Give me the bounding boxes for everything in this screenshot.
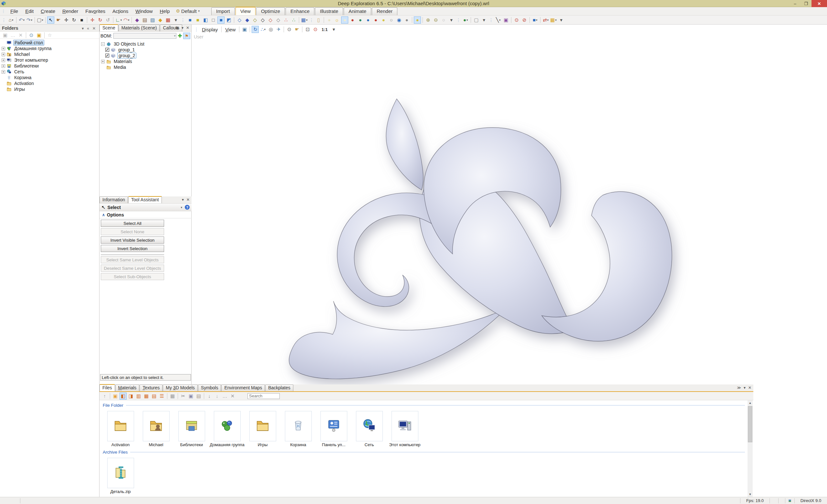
workspace-selector[interactable]: ⚙ Default ▾: [173, 7, 202, 15]
menu-render[interactable]: Render: [59, 8, 82, 14]
render-settings-icon[interactable]: ⊙: [513, 16, 520, 23]
expander-icon[interactable]: +: [101, 60, 105, 63]
object-pose-icon[interactable]: ↺: [104, 16, 111, 23]
file-thumbnail[interactable]: [356, 411, 383, 441]
menu-file[interactable]: File: [7, 8, 21, 14]
bom-dropdown[interactable]: ▾: [113, 33, 177, 39]
expander-icon[interactable]: +: [2, 53, 5, 56]
close-icon[interactable]: ✕: [185, 26, 191, 30]
view-details-icon[interactable]: ▤: [151, 393, 158, 400]
wire-box-red-icon[interactable]: ◇: [267, 16, 274, 23]
scene-cube-icon[interactable]: ■▾: [531, 16, 538, 23]
menu-chevron-icon[interactable]: ▾: [742, 386, 747, 390]
light-blue-top-icon[interactable]: ◉: [395, 16, 402, 23]
light-red2-icon[interactable]: ●: [372, 16, 379, 23]
wire-box-gray-icon[interactable]: ◇: [275, 16, 282, 23]
light-off-icon[interactable]: ○: [388, 16, 395, 23]
search-icon[interactable]: ⊙: [28, 32, 35, 39]
light-selected-icon[interactable]: ●: [414, 16, 421, 23]
bom-hierarchy-toggle[interactable]: ⚑: [183, 33, 190, 39]
file-item[interactable]: Панель уп...: [316, 411, 351, 447]
files-tab-materials[interactable]: Materials: [115, 385, 140, 391]
light-remove-icon[interactable]: ⊖: [432, 16, 439, 23]
file-item[interactable]: Michael: [138, 411, 174, 447]
new-folder-icon[interactable]: ▣: [2, 32, 9, 39]
menu-help[interactable]: Help: [156, 8, 174, 14]
folders-tree-item[interactable]: +Библиотеки: [1, 63, 99, 69]
wire-box-black-icon[interactable]: ◇: [259, 16, 266, 23]
options-section-header[interactable]: ∧ Options: [99, 211, 192, 218]
light-gray-icon[interactable]: ●: [403, 16, 410, 23]
view-medium-icons-icon[interactable]: ◨: [127, 393, 134, 400]
expander-icon[interactable]: +: [2, 47, 5, 50]
scene-tree-item[interactable]: ✓group_1: [100, 47, 191, 53]
file-item[interactable]: Этот компьютер: [387, 411, 423, 447]
import-file-icon[interactable]: ↓: [206, 393, 213, 400]
home-icon[interactable]: ⌂▾: [7, 16, 14, 23]
chevron-down-icon[interactable]: ▾: [181, 206, 182, 209]
scene-tree-item[interactable]: −3D Objects List: [100, 41, 191, 47]
restore-button[interactable]: ❐: [800, 0, 812, 7]
menu-window[interactable]: Window: [132, 8, 156, 14]
page-setup-icon[interactable]: ▯: [315, 16, 322, 23]
folders-tree-item[interactable]: +Сеть: [1, 69, 99, 74]
ribbon-tab-animate[interactable]: Animate: [344, 7, 371, 15]
light-blue-icon[interactable]: ●: [364, 16, 372, 23]
ribbon-tab-enhance[interactable]: Enhance: [286, 7, 314, 15]
scroll-down-icon[interactable]: ▼: [747, 492, 753, 497]
files-tab-files[interactable]: Files: [99, 384, 115, 391]
scene-tree-item[interactable]: ✓group_2: [100, 53, 191, 58]
vr-view-icon[interactable]: ◠▾: [123, 16, 130, 23]
file-thumbnail[interactable]: [107, 411, 134, 441]
invert-visible-selection-button[interactable]: Invert Visible Selection: [101, 237, 164, 244]
expander-icon[interactable]: +: [2, 64, 5, 68]
render-solid-icon[interactable]: ■: [186, 16, 194, 23]
visibility-checkbox[interactable]: ✓: [105, 54, 109, 57]
file-thumbnail[interactable]: [249, 411, 276, 441]
redo-icon[interactable]: ↷▾: [26, 16, 33, 23]
select-all-button[interactable]: Select All: [101, 220, 164, 227]
folders-tree-item[interactable]: +Домашняя группа: [1, 46, 99, 51]
marquee-select-icon[interactable]: ▢▾: [37, 16, 44, 23]
render-textured-icon[interactable]: ◩: [225, 16, 232, 23]
bom-add-button[interactable]: ✚: [177, 33, 183, 39]
move-icon[interactable]: ✛: [63, 16, 70, 23]
copy-icon[interactable]: ▣: [187, 393, 194, 400]
rename-icon[interactable]: …: [9, 32, 16, 39]
file-item[interactable]: Домашняя группа: [209, 411, 245, 447]
menu-chevron-icon[interactable]: ▾: [180, 26, 185, 30]
menu-chevron-icon[interactable]: ▾: [80, 26, 85, 31]
export-file-icon[interactable]: ↓: [213, 393, 221, 400]
view-large-icons-icon[interactable]: ◧: [119, 393, 127, 400]
render-flat-icon[interactable]: ■: [194, 16, 201, 23]
menu-favorites[interactable]: Favorites: [82, 8, 109, 14]
folders-tree-item[interactable]: Activation: [1, 81, 99, 86]
layout-panels-icon[interactable]: ▣: [502, 16, 509, 23]
undo-icon[interactable]: ↶▾: [18, 16, 25, 23]
files-tab-my-3d-models[interactable]: My 3D Models: [163, 385, 198, 391]
light-yellow-icon[interactable]: ●: [380, 16, 387, 23]
material-sphere-icon[interactable]: ●▾: [462, 16, 469, 23]
scene-tree-item[interactable]: Media: [100, 64, 191, 70]
menu-chevron-icon[interactable]: ▾: [181, 197, 185, 202]
expander-icon[interactable]: +: [2, 58, 5, 62]
file-thumbnail[interactable]: [392, 411, 418, 441]
more-icon[interactable]: …: [221, 393, 228, 400]
close-icon[interactable]: ✕: [747, 386, 753, 390]
wire-box-blue-icon[interactable]: ◇: [236, 16, 243, 23]
insert-3d-object-icon[interactable]: ◆: [134, 16, 141, 23]
delete-icon[interactable]: ✕: [229, 393, 236, 400]
point-cloud-color-icon[interactable]: ∴: [290, 16, 297, 23]
wire-box-olive-icon[interactable]: ◇: [251, 16, 258, 23]
help-icon[interactable]: ?: [185, 205, 190, 210]
insert-backdrop-icon[interactable]: ▨: [149, 16, 156, 23]
close-icon[interactable]: ✕: [91, 26, 97, 31]
selection-box-icon[interactable]: ▢: [473, 16, 480, 23]
open-folder-icon[interactable]: ▣: [36, 32, 43, 39]
up-level-icon[interactable]: ↑: [101, 393, 108, 400]
ta-tab-tool-assistant[interactable]: Tool Assistant: [128, 196, 162, 203]
scale-icon[interactable]: ■: [78, 16, 85, 23]
file-item[interactable]: Игры: [245, 411, 280, 447]
ribbon-tab-render[interactable]: Render: [372, 7, 397, 15]
file-thumbnail[interactable]: [143, 411, 169, 441]
